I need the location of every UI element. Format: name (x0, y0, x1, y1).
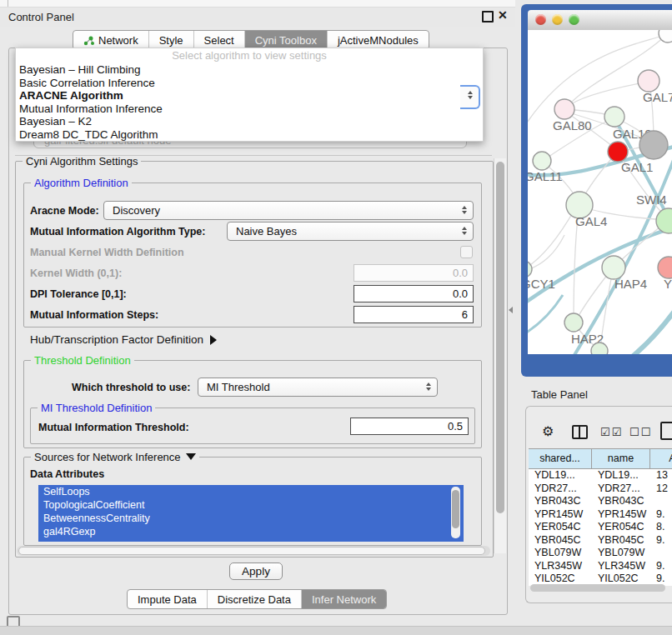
table-row[interactable]: YLR345WYLR345W9. (529, 560, 672, 573)
list-item[interactable]: BetweennessCentrality (38, 512, 464, 525)
network-node-swi4[interactable] (656, 208, 672, 233)
settings-scrollbar[interactable] (494, 158, 506, 553)
tab-discretize-data[interactable]: Discretize Data (208, 590, 302, 608)
network-edge[interactable] (626, 302, 672, 354)
cyni-settings-group-title: Cyni Algorithm Settings (23, 155, 141, 168)
manual-kernel-label: Manual Kernel Width Definition (30, 247, 184, 258)
table-row[interactable]: YPR145WYPR145W9. (529, 508, 672, 522)
settings-scrollbar-thumb[interactable] (496, 162, 504, 513)
mi-type-combo[interactable]: Naive Bayes (227, 222, 474, 241)
tab-select[interactable]: Select (194, 31, 245, 49)
manual-kernel-checkbox[interactable] (460, 246, 473, 258)
tab-infer-network[interactable]: Infer Network (302, 590, 386, 608)
network-node-gal80[interactable] (554, 99, 574, 119)
column-header-shared[interactable]: shared... (529, 449, 592, 468)
table-cell: YBR045C (592, 534, 650, 548)
network-node-gal11[interactable] (533, 152, 551, 170)
network-edge[interactable] (528, 207, 576, 270)
network-view-canvas[interactable]: GAL7GAL80GAL10GAL1GAL11SWI4GAL4GCY1HAP4Y… (528, 30, 672, 354)
tab-network[interactable]: Network (73, 31, 149, 49)
tab-impute-data[interactable]: Impute Data (128, 590, 208, 608)
network-edge[interactable] (569, 153, 672, 354)
mi-steps-field[interactable]: 6 (354, 306, 474, 323)
table-cell: YER054C (592, 521, 650, 534)
tab-style[interactable]: Style (149, 31, 194, 49)
network-node[interactable] (639, 131, 668, 159)
table-cell: YBR045C (529, 534, 592, 548)
table-row[interactable]: YDR27...YDR27...12 (529, 482, 672, 496)
network-edge[interactable] (528, 225, 672, 307)
top-strip (0, 0, 515, 8)
which-threshold-combo[interactable]: MI Threshold (198, 378, 438, 397)
window-close-icon[interactable] (535, 14, 546, 25)
node-label: GAL11 (528, 169, 563, 183)
table-row[interactable]: YBR043CYBR043C (529, 495, 672, 508)
network-node-gal10[interactable] (604, 107, 624, 127)
network-node-gcy1[interactable] (528, 261, 532, 278)
tab-cyni-toolbox[interactable]: Cyni Toolbox (245, 31, 328, 49)
table-row[interactable]: YBR045CYBR045C9. (529, 534, 672, 548)
list-item[interactable]: SelfLoops (38, 485, 464, 498)
network-edge[interactable] (528, 295, 563, 337)
status-strip (0, 626, 672, 635)
node-label: GAL7 (643, 90, 672, 104)
combo-stepper-icon (468, 91, 473, 99)
network-node-gal1[interactable] (608, 142, 628, 162)
table-settings-gear-icon[interactable]: ⚙ (542, 423, 554, 439)
hub-definition-expander[interactable]: Hub/Transcription Factor Definition (30, 333, 217, 346)
table-columns-icon[interactable] (572, 425, 588, 439)
table-cell: YPR145W (592, 508, 650, 522)
sources-collapse-arrow-icon (186, 453, 196, 460)
algorithm-option-aracne-algorithm[interactable]: ARACNE Algorithm (16, 89, 483, 102)
network-edge[interactable] (576, 270, 611, 320)
table-cell: YDL19... (592, 469, 650, 482)
table-cell: YBR043C (592, 495, 650, 508)
mi-steps-label: Mutual Information Steps: (30, 309, 158, 321)
column-header-name[interactable]: name (592, 449, 650, 468)
network-node-hap2[interactable] (564, 313, 583, 332)
network-node-gal7[interactable] (638, 70, 659, 92)
network-node[interactable] (591, 342, 608, 354)
attributes-list-scrollbar[interactable] (451, 487, 460, 538)
window-minimize-icon[interactable] (552, 14, 563, 25)
algorithm-option-mutual-information-inference[interactable]: Mutual Information Inference (16, 102, 483, 116)
tab-jactivemnodules[interactable]: jActiveMNodules (328, 31, 429, 49)
tab-label: Select (204, 34, 234, 47)
algorithm-option-dream8-dc-tdc-algorithm[interactable]: Dream8 DC_TDC Algorithm (16, 128, 483, 142)
kernel-width-field[interactable]: 0.0 (354, 264, 474, 282)
float-panel-icon[interactable] (482, 11, 494, 22)
algorithm-option-bayesian-hill-climbing[interactable]: Bayesian – Hill Climbing (16, 63, 483, 77)
column-header-a[interactable]: A (650, 449, 672, 468)
cyni-bottom-tabs: Impute DataDiscretize DataInfer Network (127, 589, 387, 609)
attributes-list-scrollbar-thumb[interactable] (452, 490, 459, 528)
algorithm-option-bayesian-k2[interactable]: Bayesian – K2 (16, 115, 483, 128)
network-node-y[interactable] (658, 257, 672, 278)
mi-threshold-field[interactable]: 0.5 (350, 418, 469, 435)
table-horizontal-scrollbar-thumb[interactable] (530, 584, 665, 592)
combo-stepper-icon (462, 227, 467, 235)
table-horizontal-scrollbar[interactable] (530, 583, 670, 592)
close-panel-icon[interactable]: ✕ (498, 8, 508, 22)
panel-splitter-arrow[interactable] (509, 307, 513, 313)
settings-horizontal-scrollbar-thumb[interactable] (18, 547, 485, 555)
list-item[interactable]: gal4RGexp (38, 525, 464, 538)
aracne-mode-combo[interactable]: Discovery (103, 201, 474, 220)
network-node-hap4[interactable] (602, 256, 625, 279)
network-window-titlebar[interactable] (528, 10, 672, 31)
export-table-file-icon[interactable] (660, 422, 672, 440)
table-row[interactable]: YER054CYER054C8. (529, 521, 672, 534)
window-zoom-icon[interactable] (569, 14, 579, 25)
algorithm-option-basic-correlation-inference[interactable]: Basic Correlation Inference (16, 77, 483, 90)
network-edge[interactable] (566, 82, 649, 108)
table-row[interactable]: YBL079WYBL079W (529, 547, 672, 560)
settings-horizontal-scrollbar[interactable] (17, 546, 490, 556)
algorithm-combo-focus-ring[interactable] (460, 85, 480, 109)
deselect-all-checkboxes-icon[interactable]: ☐☐ (629, 426, 652, 438)
apply-button[interactable]: Apply (229, 562, 283, 580)
select-all-checkboxes-icon[interactable]: ☑☑ (600, 426, 623, 438)
dpi-tolerance-field[interactable]: 0.0 (354, 285, 474, 302)
list-item[interactable]: TopologicalCoefficient (38, 498, 464, 512)
table-cell: YBL079W (592, 547, 650, 560)
table-row[interactable]: YDL19...YDL19...13 (529, 469, 672, 482)
network-edge[interactable] (528, 235, 564, 272)
